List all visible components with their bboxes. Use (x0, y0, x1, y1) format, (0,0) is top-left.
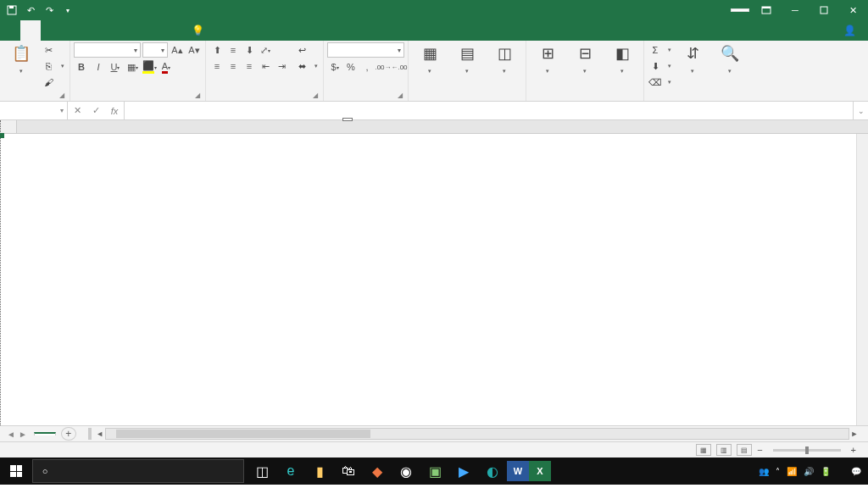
file-explorer-icon[interactable]: ▮ (305, 458, 334, 485)
page-break-view-button[interactable]: ▤ (737, 444, 752, 456)
increase-font-button[interactable]: A▴ (170, 42, 185, 58)
word-icon[interactable]: W (507, 461, 529, 481)
share-button[interactable]: 👤 (835, 20, 868, 41)
fill-color-button[interactable]: ⬛▾ (142, 59, 157, 75)
tab-help[interactable] (163, 20, 183, 41)
tray-volume-icon[interactable]: 🔊 (804, 467, 814, 476)
bold-button[interactable]: B (74, 59, 89, 75)
underline-button[interactable]: U▾ (108, 59, 123, 75)
italic-button[interactable]: I (91, 59, 106, 75)
format-cells-button[interactable]: ◧▾ (604, 42, 640, 76)
tab-file[interactable] (0, 20, 20, 41)
increase-indent-button[interactable]: ⇥ (274, 58, 289, 74)
format-as-table-button[interactable]: ▤▾ (449, 42, 485, 76)
sheet-nav-next[interactable]: ► (19, 430, 27, 439)
align-right-button[interactable]: ≡ (242, 58, 257, 74)
decrease-decimal-button[interactable]: ←.00 (392, 59, 407, 75)
align-bottom-button[interactable]: ⬇ (242, 42, 257, 58)
copy-button[interactable]: ⎘▾ (41, 58, 66, 74)
font-size-combo[interactable]: ▾ (142, 42, 168, 58)
wrap-text-button[interactable]: ↩ (294, 42, 320, 58)
tab-home[interactable] (20, 20, 41, 41)
save-button[interactable] (3, 2, 20, 19)
edge-icon[interactable]: e (276, 458, 305, 485)
redo-button[interactable]: ↷ (41, 2, 58, 19)
tab-page-layout[interactable] (61, 20, 81, 41)
close-button[interactable]: ✕ (841, 0, 865, 20)
page-layout-view-button[interactable]: ▥ (716, 444, 732, 456)
conditional-formatting-button[interactable]: ▦▾ (412, 42, 448, 76)
align-top-button[interactable]: ⬆ (209, 42, 225, 58)
tab-scroll-splitter[interactable] (88, 428, 92, 440)
align-middle-button[interactable]: ≡ (225, 42, 241, 58)
tab-formulas[interactable] (81, 20, 102, 41)
excel-icon[interactable]: X (529, 461, 551, 481)
hscroll-thumb[interactable] (116, 430, 370, 438)
app-icon[interactable]: ◆ (363, 458, 392, 485)
fill-button[interactable]: ⬇▾ (648, 58, 673, 74)
ribbon-display-options[interactable] (754, 0, 778, 20)
tray-battery-icon[interactable]: 🔋 (821, 467, 831, 476)
taskbar-search[interactable]: ○ (32, 459, 244, 483)
zoom-slider[interactable] (773, 449, 841, 452)
decrease-font-button[interactable]: A▾ (186, 42, 202, 58)
insert-cells-button[interactable]: ⊞▾ (530, 42, 565, 76)
minimize-button[interactable]: ─ (783, 0, 807, 20)
app-icon-2[interactable]: ▣ (420, 458, 449, 485)
orientation-button[interactable]: ⤢▾ (258, 42, 273, 58)
vertical-scrollbar[interactable] (856, 134, 868, 425)
merge-center-button[interactable]: ⬌▾ (294, 58, 320, 74)
percent-format-button[interactable]: % (343, 59, 359, 75)
align-left-button[interactable]: ≡ (209, 58, 225, 74)
dialog-launcher-icon[interactable]: ◢ (398, 92, 403, 99)
tab-view[interactable] (142, 20, 163, 41)
maximize-button[interactable] (812, 0, 836, 20)
tab-data[interactable] (102, 20, 122, 41)
align-center-button[interactable]: ≡ (225, 58, 241, 74)
name-box[interactable]: ▾ (0, 102, 68, 119)
task-view-button[interactable]: ◫ (248, 458, 276, 485)
new-sheet-button[interactable]: + (61, 427, 76, 441)
autosum-button[interactable]: Σ▾ (648, 42, 673, 58)
app-icon-3[interactable]: ▶ (449, 458, 478, 485)
signin-button[interactable] (731, 8, 749, 12)
zoom-out-button[interactable]: − (757, 445, 762, 455)
start-button[interactable] (0, 458, 32, 485)
normal-view-button[interactable]: ▦ (696, 444, 711, 456)
delete-cells-button[interactable]: ⊟▾ (567, 42, 603, 76)
cell-styles-button[interactable]: ◫▾ (487, 42, 522, 76)
tray-notifications-icon[interactable]: 💬 (851, 467, 861, 476)
taskbar-search-input[interactable] (57, 465, 243, 477)
decrease-indent-button[interactable]: ⇤ (258, 58, 273, 74)
cancel-formula-button[interactable]: ✕ (68, 105, 86, 116)
tray-chevron-up-icon[interactable]: ˄ (776, 467, 780, 476)
sort-filter-button[interactable]: ⇵▾ (675, 42, 710, 76)
dialog-launcher-icon[interactable]: ◢ (313, 92, 318, 99)
select-all-button[interactable] (0, 120, 17, 133)
hscroll-right[interactable]: ► (849, 430, 860, 438)
enter-formula-button[interactable]: ✓ (86, 105, 105, 116)
qat-customize[interactable]: ▾ (59, 2, 76, 19)
tray-people-icon[interactable]: 👥 (759, 467, 769, 476)
cut-button[interactable]: ✂ (41, 42, 66, 58)
telegram-icon[interactable]: ◐ (478, 458, 507, 485)
hscroll-left[interactable]: ◄ (95, 430, 105, 438)
horizontal-scrollbar[interactable] (105, 428, 849, 440)
formula-input[interactable] (125, 102, 853, 119)
border-button[interactable]: ▦▾ (125, 59, 140, 75)
format-painter-button[interactable]: 🖌 (41, 75, 66, 90)
formula-bar-expand[interactable]: ⌄ (853, 102, 868, 119)
font-name-combo[interactable]: ▾ (74, 42, 141, 58)
accounting-format-button[interactable]: $▾ (327, 59, 342, 75)
tell-me-search[interactable]: 💡 (183, 20, 216, 41)
undo-button[interactable]: ↶ (22, 2, 39, 19)
worksheet-grid[interactable] (0, 120, 868, 425)
dialog-launcher-icon[interactable]: ◢ (195, 92, 200, 99)
store-icon[interactable]: 🛍 (334, 458, 363, 485)
tab-review[interactable] (122, 20, 142, 41)
number-format-combo[interactable]: ▾ (327, 42, 404, 58)
tray-network-icon[interactable]: 📶 (787, 467, 797, 476)
increase-decimal-button[interactable]: .00→ (376, 59, 391, 75)
chrome-icon[interactable]: ◉ (392, 458, 420, 485)
comma-format-button[interactable]: , (359, 59, 375, 75)
